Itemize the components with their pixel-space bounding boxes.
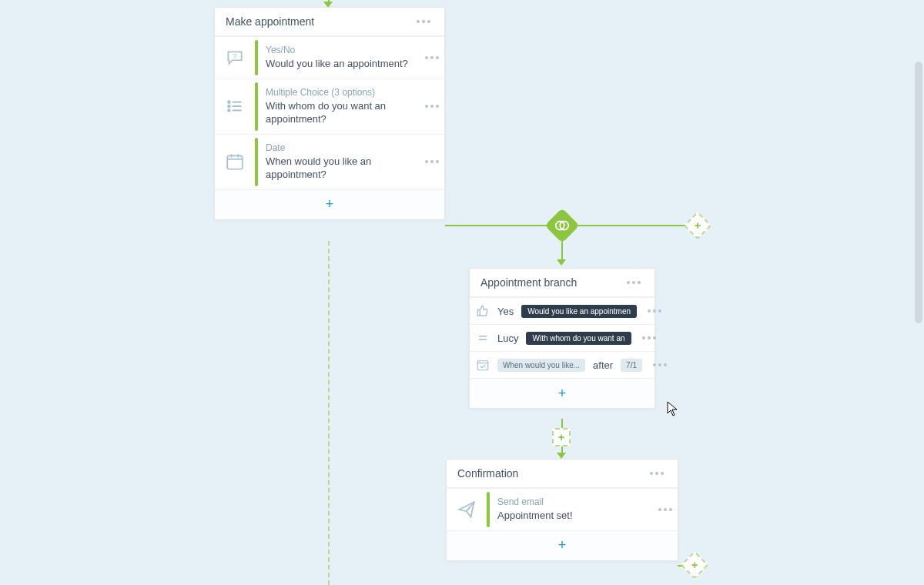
branch-label: Lucy (497, 333, 518, 344)
vertical-scrollbar[interactable] (915, 62, 922, 323)
branch-row[interactable]: Lucy With whom do you want an (470, 324, 654, 351)
arrow-down-icon (557, 259, 566, 266)
row-menu-button[interactable] (422, 157, 442, 166)
branch-row[interactable]: When would you like... after 7/1 (470, 351, 654, 378)
svg-text:?: ? (233, 52, 237, 60)
paper-plane-icon (447, 500, 487, 520)
question-text: With whom do you want an appointment? (266, 99, 413, 126)
branch-date-tag: 7/1 (621, 359, 642, 372)
card-header: Appointment branch (470, 269, 654, 297)
question-row[interactable]: Multiple Choice (3 options) With whom do… (215, 79, 444, 134)
plus-icon: + (558, 537, 567, 553)
card-menu-button[interactable] (624, 278, 644, 287)
list-icon (215, 96, 255, 116)
connector (561, 419, 563, 428)
flow-canvas[interactable]: Make appointment ? Yes/No Would you like… (0, 0, 924, 585)
arrow-down-icon (557, 453, 566, 459)
action-text: Appointment set! (497, 509, 647, 523)
row-menu-button[interactable] (644, 306, 665, 316)
card-header: Make appointment (215, 8, 444, 36)
card-title: Appointment branch (480, 276, 577, 289)
card-make-appointment[interactable]: Make appointment ? Yes/No Would you like… (214, 7, 445, 220)
svg-rect-7 (227, 156, 243, 169)
action-row[interactable]: Send email Appointment set! (447, 488, 678, 530)
speech-bubble-question-icon: ? (215, 48, 255, 68)
card-menu-button[interactable] (647, 469, 667, 478)
card-title: Confirmation (457, 467, 518, 480)
row-menu-button[interactable] (422, 102, 442, 111)
question-text: When would you like an appointment? (266, 155, 413, 182)
plus-icon: + (326, 196, 334, 212)
branch-tag: With whom do you want an (526, 332, 631, 345)
question-type: Yes/No (266, 45, 413, 55)
equals-icon (476, 331, 490, 345)
action-type: Send email (497, 496, 647, 507)
branch-label: Yes (497, 306, 514, 317)
question-type: Multiple Choice (3 options) (266, 87, 413, 98)
row-menu-button[interactable] (650, 360, 670, 369)
card-appointment-branch[interactable]: Appointment branch Yes Would you like an… (469, 268, 655, 409)
card-menu-button[interactable] (413, 17, 434, 26)
card-header: Confirmation (447, 460, 678, 488)
branch-tag: Would you like an appointmen (521, 305, 637, 318)
venn-icon (554, 217, 571, 234)
question-row[interactable]: ? Yes/No Would you like an appointment? (215, 36, 444, 79)
row-menu-button[interactable] (639, 333, 659, 343)
plus-icon: + (558, 386, 567, 402)
svg-point-5 (228, 109, 230, 112)
calendar-check-icon (476, 358, 490, 372)
add-question-button[interactable]: + (215, 189, 444, 219)
branch-tag-light: When would you like... (497, 359, 585, 372)
add-condition-button[interactable]: + (470, 378, 654, 408)
branch-keyword: after (593, 359, 613, 371)
branch-row[interactable]: Yes Would you like an appointmen (470, 297, 654, 324)
add-action-button[interactable]: + (447, 530, 678, 560)
add-branch-button[interactable]: + (685, 555, 705, 575)
question-text: Would you like an appointment? (266, 57, 413, 71)
thumbs-up-icon (476, 304, 490, 318)
calendar-icon (215, 152, 255, 172)
card-title: Make appointment (226, 15, 314, 28)
connector (561, 238, 563, 261)
question-type: Date (266, 142, 413, 153)
row-menu-button[interactable] (655, 505, 675, 514)
svg-point-3 (228, 105, 230, 108)
add-branch-button[interactable]: + (688, 216, 708, 236)
add-step-button[interactable]: + (552, 428, 571, 446)
row-menu-button[interactable] (422, 53, 442, 62)
card-confirmation[interactable]: Confirmation Send email Appointment set!… (446, 459, 678, 561)
svg-point-1 (228, 101, 230, 103)
question-row[interactable]: Date When would you like an appointment? (215, 134, 444, 189)
connector-dashed (328, 241, 330, 585)
svg-rect-15 (477, 361, 488, 370)
mouse-cursor-icon (667, 401, 678, 416)
decision-node[interactable] (550, 213, 574, 238)
